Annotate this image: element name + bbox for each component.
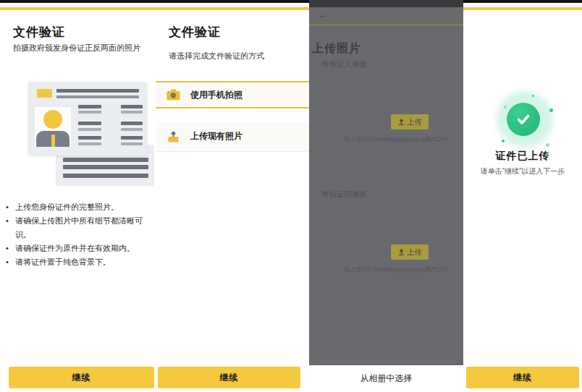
success-check-icon — [507, 103, 540, 136]
upload-arrow-icon — [398, 119, 405, 125]
upload-photo-page-dimmed: ← 上传照片 身份证人像面 上传 请上传小于10MB的jpg/jpeg/png格… — [309, 0, 463, 365]
card-header-line — [56, 89, 139, 93]
upload-front-button[interactable]: 上传 — [391, 114, 429, 129]
option-take-photo[interactable]: 使用手机拍照 — [156, 81, 309, 108]
text-stripe — [63, 174, 148, 178]
continue-button[interactable]: 继续 — [158, 367, 300, 388]
decor-dot — [532, 95, 534, 97]
page-subtitle: 请选择完成文件验证的方式 — [169, 51, 264, 61]
instruction-item: 上传您身份证件的完整照片。 — [6, 200, 151, 214]
panel-choose-method: 文件验证 请选择完成文件验证的方式 使用手机拍照 上传现有照片 继续 — [156, 0, 309, 392]
field-label-bar — [121, 105, 143, 108]
field-value-bar — [121, 111, 143, 114]
decor-dot — [546, 143, 549, 147]
panel-upload-success: 证件已上传 请单击“继续”以进入下一步 继续 — [463, 0, 582, 392]
decor-dot — [502, 140, 505, 142]
continue-button[interactable]: 继续 — [466, 367, 579, 388]
upload-page-title: 上传照片 — [312, 41, 361, 56]
upload-hint: 请上传小于10MB的jpg/jpeg/png格式文件 — [331, 265, 462, 273]
person-tie — [51, 135, 55, 147]
decor-dot — [549, 108, 553, 112]
card-header-line — [56, 95, 139, 98]
success-title: 证件已上传 — [463, 150, 582, 163]
field-label-bar — [121, 122, 143, 125]
upload-arrow-icon — [398, 249, 405, 255]
field-value-bar — [78, 142, 101, 145]
field-label-bar — [78, 122, 101, 125]
field-value-bar — [78, 128, 101, 131]
id-card-illustration — [0, 0, 156, 199]
continue-button[interactable]: 继续 — [9, 367, 154, 388]
text-stripe — [63, 165, 148, 169]
section-label-id-back: 身份证国徽面 — [321, 189, 367, 200]
field-label-bar — [121, 136, 143, 140]
decor-dot — [504, 106, 507, 108]
instruction-list: 上传您身份证件的完整照片。 请确保上传图片中所有细节都清晰可识。 请确保证件为原… — [6, 200, 151, 269]
upload-button-label: 上传 — [408, 247, 422, 257]
option-label: 上传现有照片 — [190, 130, 242, 142]
upload-box-icon — [166, 131, 180, 142]
section-label-id-front: 身份证人像面 — [321, 59, 367, 69]
kyc-document-verification-flow: 文件验证 拍摄政府颁发身份证正反两面的照片 — [0, 0, 582, 392]
option-upload-existing[interactable]: 上传现有照片 — [156, 122, 309, 152]
instruction-item: 请确保上传图片中所有细节都清晰可识。 — [6, 214, 151, 242]
camera-icon — [166, 89, 180, 101]
status-bar — [309, 0, 463, 7]
panel-verification-intro: 文件验证 拍摄政府颁发身份证正反两面的照片 — [0, 0, 156, 392]
upload-back-button[interactable]: 上传 — [391, 244, 429, 260]
upload-hint: 请上传小于10MB的jpg/jpeg/png格式文件 — [331, 135, 462, 143]
option-label: 使用手机拍照 — [190, 89, 242, 101]
upload-button-label: 上传 — [408, 117, 422, 127]
id-card-front — [28, 82, 147, 155]
instruction-item: 请确保证件为原件并在有效期内。 — [6, 242, 151, 255]
accent-line-dimmed — [309, 24, 463, 26]
field-value-bar — [121, 142, 143, 145]
back-arrow-icon[interactable]: ← — [319, 10, 328, 20]
check-mark — [514, 110, 533, 129]
instruction-text: 请确保证件为原件并在有效期内。 — [15, 244, 135, 252]
card-emblem — [37, 89, 52, 98]
page-title: 文件验证 — [169, 24, 221, 41]
instruction-text: 上传您身份证件的完整照片。 — [15, 203, 119, 211]
field-value-bar — [121, 128, 143, 131]
field-label-bar — [78, 136, 101, 140]
text-stripe — [63, 158, 148, 162]
field-value-bar — [78, 111, 101, 114]
action-sheet-choose-from-album[interactable]: 从相册中选择 — [309, 365, 463, 392]
portrait-photo — [35, 107, 71, 147]
instruction-item: 请将证件置于纯色背景下。 — [6, 255, 151, 269]
instruction-text: 请将证件置于纯色背景下。 — [15, 257, 111, 266]
success-subtitle: 请单击“继续”以进入下一步 — [463, 166, 582, 176]
instruction-text: 请确保上传图片中所有细节都清晰可识。 — [15, 216, 143, 239]
field-label-bar — [78, 105, 101, 108]
panel-upload-photo-modal: ← 上传照片 身份证人像面 上传 请上传小于10MB的jpg/jpeg/png格… — [309, 0, 463, 392]
person-head — [43, 110, 62, 129]
